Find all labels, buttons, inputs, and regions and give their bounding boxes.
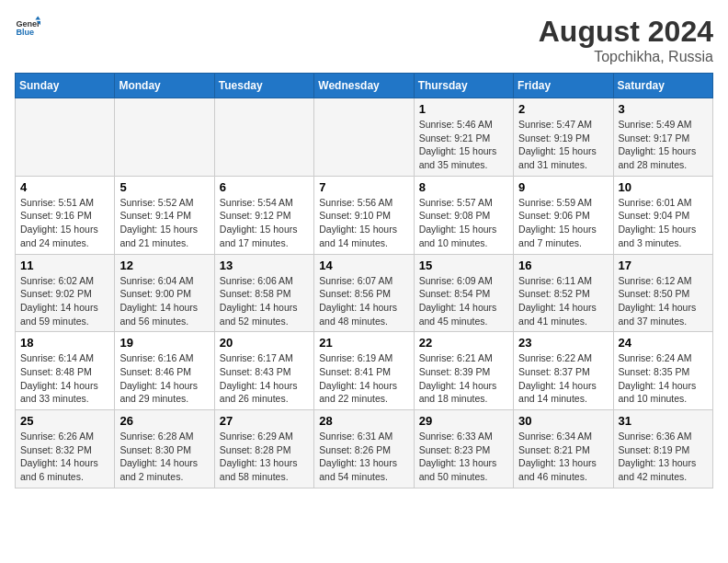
day-info: Sunrise: 5:47 AM Sunset: 9:19 PM Dayligh… xyxy=(518,118,608,172)
col-sunday: Sunday xyxy=(16,74,115,98)
table-row: 24Sunrise: 6:24 AM Sunset: 8:35 PM Dayli… xyxy=(613,332,712,410)
table-row: 9Sunrise: 5:59 AM Sunset: 9:06 PM Daylig… xyxy=(514,176,613,254)
day-number: 13 xyxy=(220,259,309,272)
table-row: 13Sunrise: 6:06 AM Sunset: 8:58 PM Dayli… xyxy=(214,254,313,332)
table-row: 14Sunrise: 6:07 AM Sunset: 8:56 PM Dayli… xyxy=(314,254,414,332)
calendar-table: Sunday Monday Tuesday Wednesday Thursday… xyxy=(15,73,713,488)
day-info: Sunrise: 6:29 AM Sunset: 8:28 PM Dayligh… xyxy=(220,430,309,484)
calendar-title: August 2024 xyxy=(539,15,713,49)
day-info: Sunrise: 6:12 AM Sunset: 8:50 PM Dayligh… xyxy=(619,274,708,328)
day-info: Sunrise: 6:24 AM Sunset: 8:35 PM Dayligh… xyxy=(619,351,708,406)
table-row: 3Sunrise: 5:49 AM Sunset: 9:17 PM Daylig… xyxy=(613,98,712,177)
table-row xyxy=(115,98,214,177)
day-number: 27 xyxy=(220,414,309,428)
logo-icon: General Blue xyxy=(15,15,40,40)
day-info: Sunrise: 6:16 AM Sunset: 8:46 PM Dayligh… xyxy=(119,351,209,406)
logo: General Blue xyxy=(15,15,40,40)
day-number: 5 xyxy=(119,180,209,194)
day-info: Sunrise: 6:34 AM Sunset: 8:21 PM Dayligh… xyxy=(518,430,608,484)
day-number: 21 xyxy=(319,336,408,350)
table-row: 25Sunrise: 6:26 AM Sunset: 8:32 PM Dayli… xyxy=(16,410,115,488)
day-info: Sunrise: 5:57 AM Sunset: 9:08 PM Dayligh… xyxy=(419,196,508,250)
day-number: 7 xyxy=(319,180,408,194)
day-number: 30 xyxy=(518,414,608,428)
day-info: Sunrise: 6:09 AM Sunset: 8:54 PM Dayligh… xyxy=(419,274,508,328)
day-info: Sunrise: 6:31 AM Sunset: 8:26 PM Dayligh… xyxy=(319,430,408,484)
calendar-week-row: 4Sunrise: 5:51 AM Sunset: 9:16 PM Daylig… xyxy=(16,176,713,254)
col-friday: Friday xyxy=(514,74,613,98)
calendar-week-row: 18Sunrise: 6:14 AM Sunset: 8:48 PM Dayli… xyxy=(16,332,713,410)
calendar-header-row: Sunday Monday Tuesday Wednesday Thursday… xyxy=(16,74,713,98)
day-info: Sunrise: 5:59 AM Sunset: 9:06 PM Dayligh… xyxy=(518,196,608,250)
day-info: Sunrise: 6:22 AM Sunset: 8:37 PM Dayligh… xyxy=(518,351,608,406)
day-info: Sunrise: 6:06 AM Sunset: 8:58 PM Dayligh… xyxy=(220,274,309,328)
col-tuesday: Tuesday xyxy=(214,74,313,98)
table-row: 19Sunrise: 6:16 AM Sunset: 8:46 PM Dayli… xyxy=(115,332,214,410)
table-row: 27Sunrise: 6:29 AM Sunset: 8:28 PM Dayli… xyxy=(214,410,313,488)
day-number: 24 xyxy=(619,336,708,350)
day-number: 14 xyxy=(319,259,408,272)
day-number: 29 xyxy=(419,414,508,428)
day-number: 2 xyxy=(518,102,608,116)
table-row: 23Sunrise: 6:22 AM Sunset: 8:37 PM Dayli… xyxy=(514,332,613,410)
table-row: 11Sunrise: 6:02 AM Sunset: 9:02 PM Dayli… xyxy=(16,254,115,332)
table-row: 31Sunrise: 6:36 AM Sunset: 8:19 PM Dayli… xyxy=(613,410,712,488)
table-row: 26Sunrise: 6:28 AM Sunset: 8:30 PM Dayli… xyxy=(115,410,214,488)
day-number: 25 xyxy=(20,414,109,428)
day-number: 4 xyxy=(20,180,109,194)
table-row: 7Sunrise: 5:56 AM Sunset: 9:10 PM Daylig… xyxy=(314,176,414,254)
table-row: 18Sunrise: 6:14 AM Sunset: 8:48 PM Dayli… xyxy=(16,332,115,410)
table-row: 6Sunrise: 5:54 AM Sunset: 9:12 PM Daylig… xyxy=(214,176,313,254)
day-info: Sunrise: 5:49 AM Sunset: 9:17 PM Dayligh… xyxy=(619,118,708,172)
day-number: 20 xyxy=(220,336,309,350)
day-number: 3 xyxy=(619,102,708,116)
title-area: August 2024 Topchikha, Russia xyxy=(539,15,713,65)
day-info: Sunrise: 6:26 AM Sunset: 8:32 PM Dayligh… xyxy=(20,430,109,484)
day-info: Sunrise: 6:19 AM Sunset: 8:41 PM Dayligh… xyxy=(319,351,408,406)
day-info: Sunrise: 6:21 AM Sunset: 8:39 PM Dayligh… xyxy=(419,351,508,406)
svg-text:General: General xyxy=(16,19,40,29)
day-number: 28 xyxy=(319,414,408,428)
table-row: 16Sunrise: 6:11 AM Sunset: 8:52 PM Dayli… xyxy=(514,254,613,332)
table-row: 29Sunrise: 6:33 AM Sunset: 8:23 PM Dayli… xyxy=(414,410,513,488)
day-info: Sunrise: 6:14 AM Sunset: 8:48 PM Dayligh… xyxy=(20,351,109,406)
day-info: Sunrise: 6:17 AM Sunset: 8:43 PM Dayligh… xyxy=(220,351,309,406)
col-wednesday: Wednesday xyxy=(314,74,414,98)
day-info: Sunrise: 6:07 AM Sunset: 8:56 PM Dayligh… xyxy=(319,274,408,328)
day-info: Sunrise: 6:01 AM Sunset: 9:04 PM Dayligh… xyxy=(619,196,708,250)
day-info: Sunrise: 5:56 AM Sunset: 9:10 PM Dayligh… xyxy=(319,196,408,250)
table-row: 21Sunrise: 6:19 AM Sunset: 8:41 PM Dayli… xyxy=(314,332,414,410)
table-row: 22Sunrise: 6:21 AM Sunset: 8:39 PM Dayli… xyxy=(414,332,513,410)
day-info: Sunrise: 6:36 AM Sunset: 8:19 PM Dayligh… xyxy=(619,430,708,484)
table-row xyxy=(214,98,313,177)
day-info: Sunrise: 5:52 AM Sunset: 9:14 PM Dayligh… xyxy=(119,196,209,250)
table-row: 15Sunrise: 6:09 AM Sunset: 8:54 PM Dayli… xyxy=(414,254,513,332)
day-info: Sunrise: 5:46 AM Sunset: 9:21 PM Dayligh… xyxy=(419,118,508,172)
day-number: 18 xyxy=(20,336,109,350)
table-row: 17Sunrise: 6:12 AM Sunset: 8:50 PM Dayli… xyxy=(613,254,712,332)
day-info: Sunrise: 5:54 AM Sunset: 9:12 PM Dayligh… xyxy=(220,196,309,250)
page-header: General Blue August 2024 Topchikha, Russ… xyxy=(15,15,713,65)
day-info: Sunrise: 6:33 AM Sunset: 8:23 PM Dayligh… xyxy=(419,430,508,484)
day-number: 6 xyxy=(220,180,309,194)
day-info: Sunrise: 5:51 AM Sunset: 9:16 PM Dayligh… xyxy=(20,196,109,250)
day-info: Sunrise: 6:04 AM Sunset: 9:00 PM Dayligh… xyxy=(119,274,209,328)
svg-text:Blue: Blue xyxy=(16,28,34,37)
day-number: 1 xyxy=(419,102,508,116)
calendar-week-row: 25Sunrise: 6:26 AM Sunset: 8:32 PM Dayli… xyxy=(16,410,713,488)
day-number: 15 xyxy=(419,259,508,272)
day-number: 9 xyxy=(518,180,608,194)
day-number: 23 xyxy=(518,336,608,350)
calendar-week-row: 1Sunrise: 5:46 AM Sunset: 9:21 PM Daylig… xyxy=(16,98,713,177)
table-row: 4Sunrise: 5:51 AM Sunset: 9:16 PM Daylig… xyxy=(16,176,115,254)
table-row: 1Sunrise: 5:46 AM Sunset: 9:21 PM Daylig… xyxy=(414,98,513,177)
table-row xyxy=(314,98,414,177)
table-row: 28Sunrise: 6:31 AM Sunset: 8:26 PM Dayli… xyxy=(314,410,414,488)
table-row xyxy=(16,98,115,177)
day-info: Sunrise: 6:02 AM Sunset: 9:02 PM Dayligh… xyxy=(20,274,109,328)
col-thursday: Thursday xyxy=(414,74,513,98)
table-row: 2Sunrise: 5:47 AM Sunset: 9:19 PM Daylig… xyxy=(514,98,613,177)
table-row: 10Sunrise: 6:01 AM Sunset: 9:04 PM Dayli… xyxy=(613,176,712,254)
day-number: 19 xyxy=(119,336,209,350)
day-info: Sunrise: 6:28 AM Sunset: 8:30 PM Dayligh… xyxy=(119,430,209,484)
